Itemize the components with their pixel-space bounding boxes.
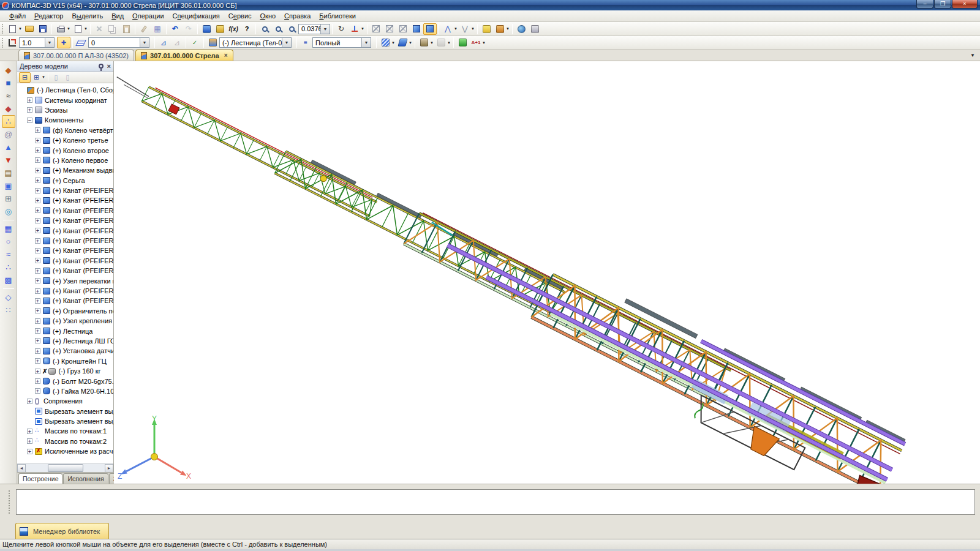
measure-button[interactable]: ⊞ xyxy=(2,192,15,205)
auto-dimension-button[interactable]: А+1 xyxy=(469,37,483,48)
shaded-button[interactable] xyxy=(410,23,423,35)
point-button[interactable]: ◆ xyxy=(2,102,15,115)
cut-button[interactable] xyxy=(92,23,106,35)
tree-expand-toggle[interactable]: + xyxy=(35,348,40,354)
tree-expand-toggle[interactable]: + xyxy=(35,318,40,324)
refresh-button[interactable]: ↻ xyxy=(334,23,348,35)
menu-вид[interactable]: Вид xyxy=(107,11,128,21)
tree-expand-toggle[interactable]: + xyxy=(27,399,32,404)
tree-item[interactable]: +(+) Канат (PFEIFER) 1 xyxy=(17,246,113,255)
tree-item[interactable]: +(+) Серьга xyxy=(17,176,113,186)
tree-item[interactable]: Вырезать элемент выдав xyxy=(17,416,113,426)
zoom-all-button[interactable] xyxy=(271,23,285,35)
redo-button[interactable]: ↷ xyxy=(182,23,195,35)
component-dropdown[interactable]: ▼ xyxy=(282,38,291,47)
tree-item[interactable]: (-) Лестница (Тел-0, Сборочн xyxy=(17,85,113,95)
display-mode-dropdown[interactable]: ▼ xyxy=(361,38,371,47)
tree-item[interactable]: +(+) Канат (PFEIFER) 1 xyxy=(17,256,113,266)
curve-array-button[interactable]: ≈ xyxy=(2,248,15,261)
simplified-display-button[interactable] xyxy=(480,23,493,35)
hide-objects-button[interactable]: ⋀ xyxy=(441,23,454,35)
array-dots-button[interactable]: ∴ xyxy=(2,115,15,128)
tree-hscrollbar[interactable]: ◄ ► xyxy=(17,463,113,472)
tree-expand-toggle[interactable]: + xyxy=(27,438,32,444)
menu-редактор[interactable]: Редактор xyxy=(30,11,67,21)
context-help-button[interactable]: ? xyxy=(240,23,254,35)
tree-expand-toggle[interactable]: + xyxy=(35,148,40,153)
tab-construction[interactable]: Построение xyxy=(18,473,62,484)
hide-components-button[interactable]: ⋁ xyxy=(458,23,472,35)
scale-combo[interactable]: 1.0 ▼ xyxy=(19,37,55,48)
rotate-button[interactable]: ◎ xyxy=(2,205,15,218)
rotate-view-button[interactable] xyxy=(514,23,528,35)
task-window-button[interactable] xyxy=(200,23,213,35)
clip-view-button[interactable] xyxy=(493,23,507,35)
variables-button[interactable] xyxy=(213,23,227,35)
tree-item[interactable]: +(+) Канат (PFEIFER) 3 xyxy=(17,225,113,235)
tree-item[interactable]: +(+) Узел крепления с xyxy=(17,316,113,326)
arrow-up-button[interactable]: ▲ xyxy=(2,141,15,154)
spreadsheet-button[interactable]: ▦ xyxy=(151,23,164,35)
tree-expand-toggle[interactable]: + xyxy=(35,178,40,183)
tree-item[interactable]: +(+) Механизм выдвиж xyxy=(17,165,113,175)
tree-expand-toggle[interactable]: + xyxy=(35,388,40,394)
layer-dropdown[interactable]: ▼ xyxy=(140,38,149,47)
check-button[interactable]: ✓ xyxy=(188,37,202,48)
tree-expand-toggle[interactable]: + xyxy=(35,198,40,203)
menu-окно[interactable]: Окно xyxy=(256,11,281,21)
tree-structure-button[interactable]: ⊟ xyxy=(19,72,31,83)
maximize-button[interactable]: ❒ xyxy=(934,0,951,9)
copy-button[interactable] xyxy=(106,23,119,35)
tree-item[interactable]: +(+) Лестница xyxy=(17,326,113,335)
menu-сервис[interactable]: Сервис xyxy=(224,11,256,21)
menu-библиотеки[interactable]: Библиотеки xyxy=(315,11,360,21)
menu-операции[interactable]: Операции xyxy=(128,11,168,21)
tree-report-button[interactable]: ▯ xyxy=(62,72,74,83)
tree-item[interactable]: +(+) Ограничитель пе xyxy=(17,306,113,316)
component-mode-button[interactable] xyxy=(206,37,219,48)
tree-expand-toggle[interactable]: + xyxy=(35,308,40,313)
undo-button[interactable]: ↶ xyxy=(168,23,182,35)
3d-viewport[interactable]: YXZ xyxy=(114,61,980,484)
tree-item[interactable]: +(+) Канат (PFEIFER) 1 xyxy=(17,206,113,216)
dimensions-3d-button[interactable] xyxy=(528,23,541,35)
hidden-lines-button[interactable] xyxy=(383,23,396,35)
print-button[interactable] xyxy=(54,23,67,35)
tree-item[interactable]: +(+) Канат (PFEIFER) 2 xyxy=(17,216,113,225)
tree-item[interactable]: +(+) Канат (PFEIFER) 2 xyxy=(17,186,113,195)
tree-expand-toggle[interactable]: + xyxy=(35,248,40,253)
menu-выделить[interactable]: Выделить xyxy=(67,11,107,21)
tab-versions[interactable]: Исполнения xyxy=(63,473,108,484)
tree-expand-toggle[interactable]: + xyxy=(35,208,40,213)
panel-grip[interactable] xyxy=(9,490,10,514)
mates-button[interactable]: @ xyxy=(2,128,15,141)
menu-спецификация[interactable]: Спецификация xyxy=(168,11,224,21)
edit-sketch-button[interactable]: ⊿ xyxy=(157,37,170,48)
hidden-dashed-button[interactable] xyxy=(396,23,410,35)
paste-button[interactable] xyxy=(119,23,133,35)
tree-item[interactable]: +(+) Колено второе xyxy=(17,145,113,155)
open-button[interactable] xyxy=(23,23,36,35)
tree-item[interactable]: +(+) Канат (PFEIFER) 6 xyxy=(17,296,113,305)
tree-expand-toggle[interactable]: − xyxy=(27,118,32,123)
document-tab-inactive[interactable]: 307.00.00.000 П АЛ-30 (43502) xyxy=(18,50,134,61)
tree-expand-toggle[interactable]: + xyxy=(35,157,40,163)
zoom-area-button[interactable] xyxy=(258,23,271,35)
close-button[interactable]: × xyxy=(952,0,978,9)
section-display-button[interactable] xyxy=(379,37,392,48)
tree-expand-toggle[interactable]: + xyxy=(35,288,40,294)
new-document-button[interactable] xyxy=(6,23,19,35)
tree-item[interactable]: +(-) Гайка М20-6Н.10.3 xyxy=(17,386,113,396)
snap-toggle-button[interactable]: ✚ xyxy=(57,37,70,48)
tree-item[interactable]: +Массив по точкам:1 xyxy=(17,426,113,436)
tree-item[interactable]: +Сопряжения xyxy=(17,396,113,406)
layer-combo[interactable]: 0 ▼ xyxy=(88,37,149,48)
tree-expand-toggle[interactable]: + xyxy=(35,338,40,343)
section-solid-button[interactable] xyxy=(396,37,409,48)
tree-item[interactable]: +(+) Колено третье xyxy=(17,135,113,145)
minimize-button[interactable]: – xyxy=(916,0,933,9)
scroll-thumb[interactable] xyxy=(48,464,83,472)
display-mode-combo[interactable]: Полный ▼ xyxy=(312,37,371,48)
scroll-right-arrow[interactable]: ► xyxy=(105,464,113,473)
tree-expand-toggle[interactable]: + xyxy=(27,107,32,113)
